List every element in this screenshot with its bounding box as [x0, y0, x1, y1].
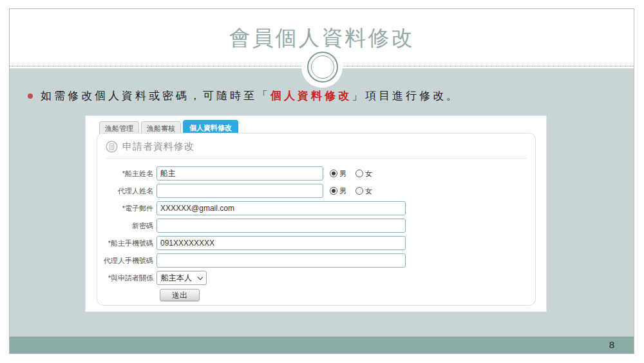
- bullet-text-highlight: 個人資料修改: [270, 90, 352, 102]
- owner-mobile-input[interactable]: [156, 236, 406, 250]
- chevron-down-icon: [198, 274, 203, 279]
- bullet-line: 如需修改個人資料或密碼，可隨時至「個人資料修改」項目進行修改。: [28, 88, 460, 103]
- form-row-relation: *與申請者關係 船主本人: [97, 271, 535, 285]
- gender-male-radio[interactable]: [330, 187, 337, 195]
- form-row-agent-mobile: 代理人手機號碼: [97, 253, 535, 268]
- field-label: *船主姓名: [97, 169, 156, 179]
- form-row-agent-name: 代理人姓名 男 女: [97, 184, 535, 198]
- panel-title: 申請者資料修改: [122, 141, 194, 153]
- form-row-owner-mobile: *船主手機號碼: [97, 236, 535, 250]
- bullet-icon: [28, 93, 33, 99]
- bullet-text-post: 」項目進行修改。: [352, 90, 460, 102]
- gender-female-label: 女: [365, 186, 372, 196]
- field-label: *與申請者關係: [97, 273, 156, 283]
- field-label: 代理人姓名: [97, 186, 156, 196]
- app-screenshot: 漁船管理 漁船審核 個人資料修改 申請者資料修改 *船主姓名: [86, 116, 546, 311]
- field-label: 代理人手機號碼: [97, 256, 156, 266]
- gender-radio-group: 男 女: [330, 186, 372, 196]
- relation-select[interactable]: 船主本人: [156, 271, 207, 285]
- page-number: 8: [609, 339, 614, 350]
- slide: 會員個人資料修改 如需修改個人資料或密碼，可隨時至「個人資料修改」項目進行修改。…: [9, 8, 634, 354]
- gender-female-radio[interactable]: [355, 187, 363, 195]
- circle-ornament-inner: [311, 55, 334, 79]
- form-row-owner-name: *船主姓名 男 女: [97, 166, 535, 181]
- bullet-text: 如需修改個人資料或密碼，可隨時至「個人資料修改」項目進行修改。: [41, 88, 460, 103]
- gender-male-label: 男: [339, 186, 346, 196]
- relation-select-value: 船主本人: [161, 273, 192, 284]
- gender-female-label: 女: [365, 169, 372, 179]
- email-input[interactable]: [156, 201, 406, 215]
- submit-button[interactable]: 送出: [160, 289, 200, 301]
- panel-separator: [106, 158, 527, 159]
- gender-male-label: 男: [339, 169, 346, 179]
- form-row-email: *電子郵件: [97, 201, 535, 215]
- bullet-text-pre: 如需修改個人資料或密碼，可隨時至「: [41, 90, 270, 102]
- footer-band: 8: [10, 337, 634, 353]
- profile-edit-panel: 申請者資料修改 *船主姓名 男 女 代理人姓名 男 女 *電: [97, 133, 536, 306]
- gender-male-radio[interactable]: [330, 170, 337, 177]
- field-label: *電子郵件: [97, 204, 156, 213]
- field-label: *船主手機號碼: [97, 239, 156, 248]
- field-label: 新密碼: [97, 221, 156, 231]
- circle-ornament-icon: [307, 52, 338, 83]
- new-password-input[interactable]: [156, 219, 406, 233]
- gender-female-radio[interactable]: [355, 170, 363, 177]
- agent-mobile-input[interactable]: [156, 253, 406, 268]
- owner-name-input[interactable]: [156, 166, 323, 181]
- form-row-new-password: 新密碼: [97, 219, 535, 233]
- gender-radio-group: 男 女: [330, 169, 372, 179]
- agent-name-input[interactable]: [156, 184, 323, 198]
- panel-heading: 申請者資料修改: [106, 141, 526, 153]
- document-icon: [106, 141, 118, 153]
